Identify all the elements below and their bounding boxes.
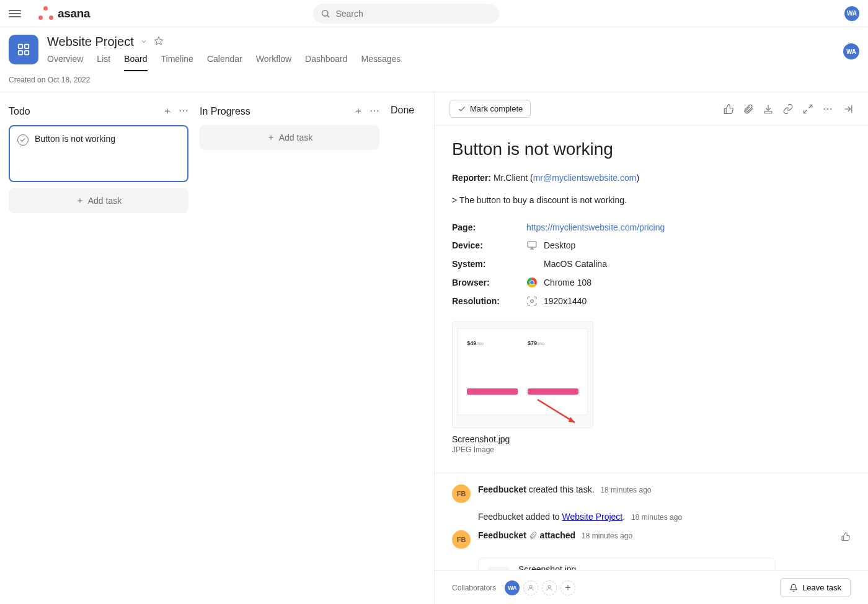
add-task-button[interactable]: ＋ Add task — [9, 188, 188, 213]
leave-task-button[interactable]: Leave task — [780, 578, 851, 597]
fullscreen-icon[interactable] — [802, 103, 813, 115]
field-value-page[interactable]: https://myclientswebsite.com/pricing — [526, 222, 665, 232]
comment-timestamp: 18 minutes ago — [600, 486, 651, 494]
column-more-icon[interactable]: ⋯ — [370, 105, 379, 118]
screenshot-thumbnail[interactable]: $49/mo $79/mo — [452, 322, 593, 428]
commenter-name: Feedbucket — [478, 484, 526, 494]
comments-section: FB Feedbucket created this task. 18 minu… — [435, 473, 868, 570]
column-todo: Todo ＋ ⋯ Button is not working ＋ Add tas… — [9, 105, 188, 592]
project-member-avatar[interactable]: WA — [843, 43, 859, 59]
resolution-icon — [526, 295, 538, 307]
svg-point-21 — [529, 585, 532, 588]
bell-icon — [789, 584, 798, 592]
activity-item: Feedbucket added to Website Project. 18 … — [478, 512, 851, 522]
subtask-icon[interactable] — [763, 103, 774, 115]
field-label-device: Device: — [452, 240, 526, 250]
project-dropdown-icon[interactable] — [140, 37, 148, 48]
activity-who: Feedbucket — [478, 512, 523, 522]
tab-calendar[interactable]: Calendar — [207, 54, 242, 71]
mark-complete-button[interactable]: Mark complete — [450, 100, 531, 118]
svg-line-10 — [804, 110, 807, 113]
attachments-icon[interactable] — [743, 103, 754, 115]
tab-timeline[interactable]: Timeline — [161, 54, 193, 71]
commenter-avatar[interactable]: FB — [452, 530, 471, 549]
project-title: Website Project — [47, 35, 134, 49]
board-view: Todo ＋ ⋯ Button is not working ＋ Add tas… — [0, 92, 434, 604]
reporter-name: Mr.Client — [494, 173, 528, 183]
complete-checkbox-icon[interactable] — [17, 134, 29, 146]
asana-logo-icon — [38, 6, 53, 21]
field-value-system: MacOS Catalina — [544, 259, 607, 269]
svg-point-16 — [531, 300, 534, 303]
collaborator-avatar[interactable]: WA — [505, 580, 520, 595]
more-actions-icon[interactable]: ⋯ — [822, 103, 833, 115]
like-comment-icon[interactable] — [841, 532, 851, 543]
comment-item: FB Feedbucket created this task. 18 minu… — [452, 484, 851, 503]
tab-workflow[interactable]: Workflow — [256, 54, 291, 71]
project-link[interactable]: Website Project — [562, 512, 622, 522]
tab-messages[interactable]: Messages — [361, 54, 401, 71]
asana-logo-text: asana — [58, 7, 90, 20]
comment-action: created this task. — [529, 484, 595, 494]
price-left-sub: /mo — [476, 341, 484, 346]
like-icon[interactable] — [723, 103, 734, 115]
chrome-icon — [526, 277, 538, 288]
reporter-label: Reporter: — [452, 173, 491, 183]
column-title: Todo — [9, 106, 30, 117]
svg-line-1 — [327, 15, 329, 17]
column-more-icon[interactable]: ⋯ — [179, 105, 188, 118]
user-avatar[interactable]: WA — [844, 6, 859, 21]
add-task-label: Add task — [88, 196, 122, 206]
svg-line-17 — [538, 400, 575, 422]
task-description: > The button to buy a discount is not wo… — [452, 195, 851, 205]
asana-logo[interactable]: asana — [38, 6, 90, 21]
column-add-icon[interactable]: ＋ — [353, 105, 363, 118]
field-label-system: System: — [452, 259, 526, 269]
task-title[interactable]: Button is not working — [452, 139, 851, 159]
collaborator-placeholder — [542, 580, 557, 595]
tab-list[interactable]: List — [97, 54, 110, 71]
add-collaborator-button[interactable]: ＋ — [560, 580, 575, 595]
svg-point-0 — [322, 10, 328, 15]
task-card[interactable]: Button is not working — [9, 125, 188, 182]
copy-link-icon[interactable] — [782, 103, 794, 115]
project-icon — [9, 35, 38, 64]
column-add-icon[interactable]: ＋ — [162, 105, 172, 118]
screenshot-type: JPEG Image — [452, 445, 851, 454]
task-detail-pane: Mark complete ⋯ Button is — [434, 92, 868, 604]
svg-rect-5 — [25, 51, 29, 55]
search-bar[interactable] — [313, 4, 499, 24]
svg-marker-18 — [569, 417, 575, 422]
reporter-email-link[interactable]: mr@myclientswebsite.com — [533, 173, 637, 183]
tab-overview[interactable]: Overview — [47, 54, 83, 71]
svg-marker-6 — [154, 37, 162, 45]
menu-toggle[interactable] — [9, 7, 21, 20]
paperclip-icon — [529, 531, 538, 540]
field-label-resolution: Resolution: — [452, 296, 526, 306]
commenter-name: Feedbucket — [478, 530, 526, 540]
svg-line-9 — [809, 105, 812, 108]
annotation-arrow-icon — [534, 396, 584, 427]
tab-dashboard[interactable]: Dashboard — [305, 54, 348, 71]
add-task-label: Add task — [279, 133, 312, 142]
price-right: $79 — [528, 340, 537, 346]
check-icon — [458, 105, 466, 113]
field-value-browser: Chrome 108 — [544, 278, 591, 287]
comment-item: FB Feedbucket attached 18 minutes ago — [452, 530, 851, 549]
attachment-name: Screenshot.jpg — [518, 564, 576, 570]
collaborator-placeholder — [523, 580, 538, 595]
commenter-avatar[interactable]: FB — [452, 484, 471, 503]
attachment-card[interactable]: Screenshot.jpg JPEG Image Open in browse… — [478, 558, 776, 570]
activity-timestamp: 18 minutes ago — [631, 513, 682, 522]
project-tabs: Overview List Board Timeline Calendar Wo… — [47, 54, 859, 71]
add-task-button[interactable]: ＋ Add task — [200, 125, 379, 150]
field-value-resolution: 1920x1440 — [544, 296, 587, 306]
task-card-title: Button is not working — [35, 134, 115, 144]
close-detail-icon[interactable] — [842, 103, 853, 115]
tab-board[interactable]: Board — [124, 54, 147, 71]
field-label-page: Page: — [452, 222, 526, 232]
apple-icon — [526, 258, 538, 269]
star-icon[interactable] — [154, 36, 164, 48]
screenshot-name: Screenshot.jpg — [452, 434, 851, 444]
search-input[interactable] — [335, 9, 492, 19]
